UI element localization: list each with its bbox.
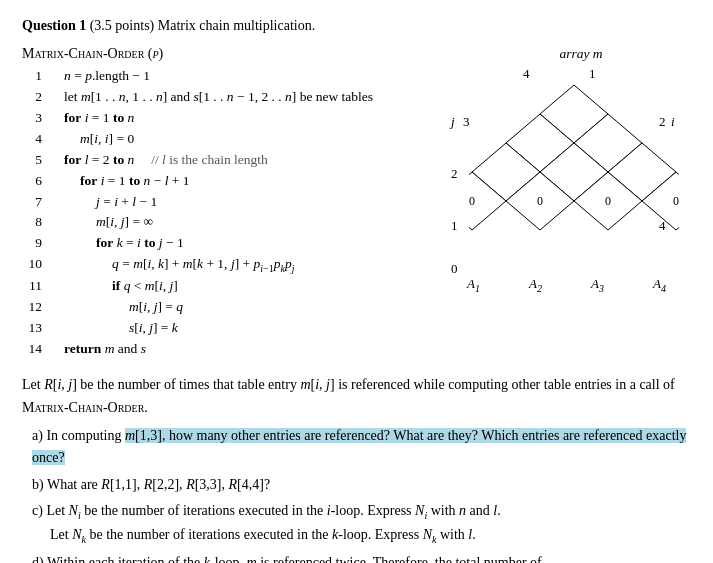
part-a-text-before: In computing: [46, 428, 125, 443]
algo-title: Matrix-Chain-Order (p): [22, 46, 421, 62]
questions-section: Let R[i, j] be the number of times that …: [22, 374, 691, 563]
A1-label: A1: [467, 276, 480, 294]
A4-label: A4: [653, 276, 666, 294]
array-diagram: array m 4 1 j 3 i 2 2 3 1 4: [431, 46, 691, 360]
part-a: a) In computing m[1,3], how many other e…: [32, 425, 691, 470]
question-points: (3.5 points): [90, 18, 158, 33]
part-d-label: d): [32, 555, 47, 563]
row-num-1: 1: [451, 218, 458, 234]
part-c-label: c): [32, 503, 46, 518]
part-a-label: a): [32, 428, 46, 443]
question-container: Question 1 (3.5 points) Matrix chain mul…: [22, 18, 691, 563]
question-title: Matrix chain multiplication.: [158, 18, 315, 33]
algo-lines: 1n = p.length − 1 2let m[1 . . n, 1 . . …: [22, 66, 421, 360]
part-d-text: Within each iteration of the k-loop, m i…: [47, 555, 542, 563]
array-label: array m: [471, 46, 691, 62]
part-c-text1: Let Ni be the number of iterations execu…: [46, 503, 500, 518]
part-b-label: b): [32, 477, 47, 492]
j-label: j: [451, 114, 455, 130]
part-b-text: What are R[1,1], R[2,2], R[3,3], R[4,4]?: [47, 477, 270, 492]
row-num-2: 2: [451, 166, 458, 182]
part-c-text2: Let Nk be the number of iterations execu…: [32, 527, 476, 542]
part-a-highlight: m[1,3], how many other entries are refer…: [32, 428, 686, 465]
svg-text:0: 0: [469, 194, 475, 208]
part-d: d) Within each iteration of the k-loop, …: [32, 552, 691, 563]
svg-text:0: 0: [537, 194, 543, 208]
A3-label: A3: [591, 276, 604, 294]
algorithm-block: Matrix-Chain-Order (p) 1n = p.length − 1…: [22, 46, 421, 360]
A2-label: A2: [529, 276, 542, 294]
two-col-layout: Matrix-Chain-Order (p) 1n = p.length − 1…: [22, 46, 691, 360]
question-number: Question 1: [22, 18, 86, 33]
question-header: Question 1 (3.5 points) Matrix chain mul…: [22, 18, 691, 34]
array-svg: 0 0 0 0: [469, 80, 679, 290]
part-c: c) Let Ni be the number of iterations ex…: [32, 500, 691, 548]
svg-text:0: 0: [673, 194, 679, 208]
parts-list: a) In computing m[1,3], how many other e…: [22, 425, 691, 563]
part-b: b) What are R[1,1], R[2,2], R[3,3], R[4,…: [32, 474, 691, 496]
svg-text:0: 0: [605, 194, 611, 208]
reference-line: Let R[i, j] be the number of times that …: [22, 374, 691, 419]
row-num-0: 0: [451, 261, 458, 277]
